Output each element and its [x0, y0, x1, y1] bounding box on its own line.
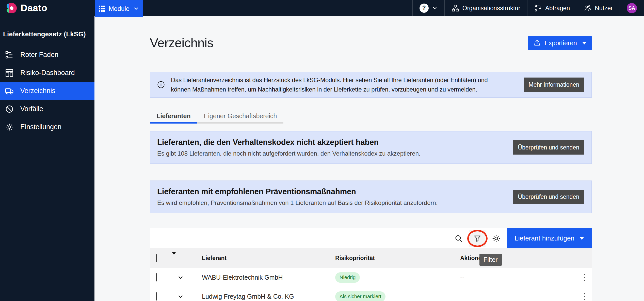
module-label: Module: [109, 5, 130, 12]
supplier-table: Lieferant hinzufügen Lieferant Risikopri…: [150, 228, 592, 301]
risk-badge: Niedrig: [335, 272, 360, 283]
user-avatar-button[interactable]: SA: [620, 0, 644, 16]
row-menu-button[interactable]: [583, 273, 586, 282]
brand-name: Daato: [21, 3, 47, 13]
abfragen-label: Abfragen: [545, 5, 570, 12]
risk-badge: Als sicher markiert: [335, 291, 385, 301]
column-header-lieferant[interactable]: Lieferant: [202, 255, 335, 262]
sidebar-item-label: Vorfälle: [20, 105, 43, 113]
table-toolbar: Lieferant hinzufügen: [150, 228, 592, 248]
table-row: WABU-Elektrotechnik GmbH Niedrig --: [150, 268, 592, 287]
filter-button[interactable]: [469, 230, 486, 247]
daato-logo-icon: [7, 3, 17, 13]
row-checkbox[interactable]: [156, 273, 157, 281]
chevron-down-icon: [133, 6, 139, 12]
select-all-checkbox[interactable]: [156, 254, 157, 262]
actions-value: --: [460, 293, 464, 300]
prohibited-icon: [5, 105, 14, 113]
search-button[interactable]: [450, 230, 467, 247]
review-send-button[interactable]: Überprüfen und senden: [513, 140, 584, 155]
card-subtitle: Es gibt 108 Lieferanten, die noch nicht …: [157, 150, 421, 157]
chevron-down-icon: [432, 5, 438, 11]
sidebar-nav: Roter Faden Risiko-Dashboard Verzeichnis: [0, 46, 94, 136]
upload-icon: [533, 39, 541, 47]
row-checkbox[interactable]: [156, 292, 157, 300]
expand-row-button[interactable]: [172, 274, 202, 281]
info-icon: [157, 81, 165, 88]
column-header-risikoprioritaet[interactable]: Risikopriorität: [335, 255, 460, 262]
tabs: Lieferanten Eigener Geschäftsbereich: [150, 109, 592, 124]
users-icon: [584, 4, 591, 12]
filter-icon: [473, 234, 481, 243]
export-button[interactable]: Exportieren: [528, 36, 592, 50]
sort-caret-icon[interactable]: [172, 252, 176, 261]
add-supplier-button[interactable]: Lieferant hinzufügen: [507, 228, 592, 248]
page-header: Verzeichnis Exportieren: [150, 33, 592, 53]
topbar-right-group: ? Organisationsstruktur Abfragen: [412, 0, 644, 16]
row-menu-button[interactable]: [583, 292, 586, 301]
sidebar-item-vorfaelle[interactable]: Vorfälle: [0, 100, 94, 118]
workflow-icon: [534, 4, 542, 12]
grid-icon: [99, 5, 105, 12]
info-banner: Das Lieferantenverzeichnis ist das Herzs…: [150, 72, 592, 98]
nutzer-label: Nutzer: [595, 5, 613, 12]
top-bar: Daato Module ? Organisations: [0, 0, 644, 16]
gear-icon: [492, 234, 501, 243]
caret-down-icon: [582, 42, 587, 44]
page-title: Verzeichnis: [150, 36, 213, 50]
supplier-name[interactable]: Ludwig Freytag GmbH & Co. KG: [202, 293, 335, 300]
nutzer-link[interactable]: Nutzer: [577, 0, 620, 16]
card-title: Lieferanten mit empfohlenen Präventionsm…: [157, 187, 438, 196]
sidebar-item-label: Einstellungen: [20, 123, 61, 131]
expand-row-button[interactable]: [172, 293, 202, 300]
more-info-button[interactable]: Mehr Informationen: [524, 78, 584, 92]
sidebar-item-einstellungen[interactable]: Einstellungen: [0, 118, 94, 136]
sidebar-item-verzeichnis[interactable]: Verzeichnis: [0, 82, 94, 100]
sidebar-item-label: Roter Faden: [20, 51, 58, 59]
tab-eigener-geschaeftsbereich[interactable]: Eigener Geschäftsbereich: [197, 109, 284, 124]
module-title: Lieferkettengesetz (LkSG): [0, 16, 94, 38]
help-icon: ?: [420, 4, 429, 13]
card-subtitle: Es wird empfohlen, Präventionsmaßnahmen …: [157, 199, 438, 206]
dashboard-icon: [5, 69, 14, 77]
org-structure-label: Organisationsstruktur: [462, 5, 520, 12]
route-icon: [5, 51, 14, 59]
help-menu[interactable]: ?: [412, 0, 444, 16]
table-row: Ludwig Freytag GmbH & Co. KG Als sicher …: [150, 287, 592, 301]
avatar: SA: [627, 3, 637, 13]
caret-down-icon: [579, 237, 584, 240]
brand-logo[interactable]: Daato: [0, 0, 95, 16]
sidebar-item-roter-faden[interactable]: Roter Faden: [0, 46, 94, 64]
sidebar: Lieferkettengesetz (LkSG) Roter Faden Ri…: [0, 16, 94, 301]
truck-icon: [5, 87, 14, 95]
search-icon: [454, 234, 463, 243]
gear-icon: [5, 123, 14, 131]
supplier-name[interactable]: WABU-Elektrotechnik GmbH: [202, 274, 335, 281]
main-content: Verzeichnis Exportieren Das Lieferantenv…: [94, 16, 644, 301]
sidebar-item-label: Risiko-Dashboard: [20, 69, 75, 77]
chevron-down-icon: [177, 293, 184, 300]
module-menu-button[interactable]: Module: [95, 0, 143, 17]
filter-tooltip: Filter: [479, 254, 502, 266]
tab-lieferanten[interactable]: Lieferanten: [150, 109, 197, 124]
card-title: Lieferanten, die den Verhaltenskodex nic…: [157, 138, 421, 147]
table-header-row: Lieferant Risikopriorität Aktionen: [150, 248, 592, 268]
code-of-conduct-card: Lieferanten, die den Verhaltenskodex nic…: [150, 131, 592, 164]
org-structure-link[interactable]: Organisationsstruktur: [444, 0, 527, 16]
org-structure-icon: [452, 4, 459, 12]
banner-text: Das Lieferantenverzeichnis ist das Herzs…: [171, 75, 509, 94]
sidebar-item-label: Verzeichnis: [20, 87, 55, 95]
chevron-down-icon: [177, 274, 184, 281]
review-send-button[interactable]: Überprüfen und senden: [513, 190, 584, 204]
table-settings-button[interactable]: [488, 230, 504, 247]
abfragen-link[interactable]: Abfragen: [527, 0, 577, 16]
actions-value: --: [460, 274, 464, 281]
prevention-measures-card: Lieferanten mit empfohlenen Präventionsm…: [150, 180, 592, 213]
sidebar-item-risiko-dashboard[interactable]: Risiko-Dashboard: [0, 64, 94, 82]
